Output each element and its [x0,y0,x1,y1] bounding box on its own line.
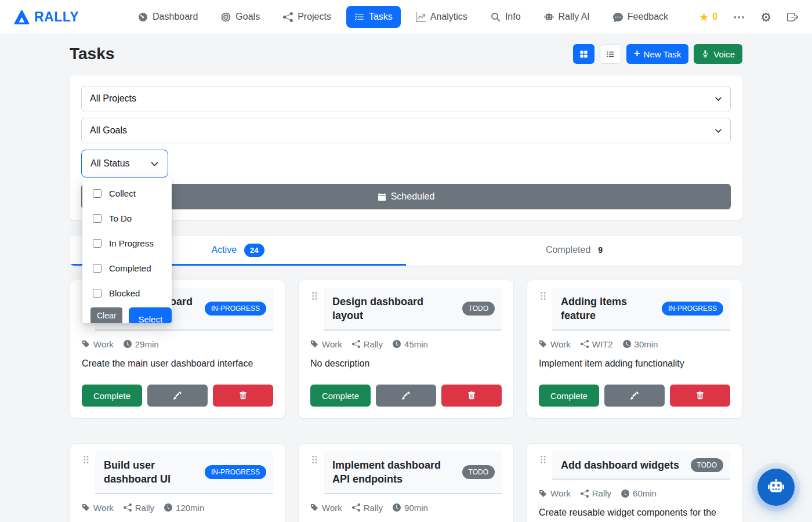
status-panel-actions: Clear Select All [82,307,172,323]
tag-label: Work [550,339,571,349]
drag-handle-icon[interactable] [539,455,548,465]
more-menu-icon[interactable]: ⋯ [733,11,745,23]
status-option-in-progress[interactable]: In Progress [82,231,172,256]
nav-item-feedback[interactable]: Feedback [605,6,676,28]
edit-button[interactable] [604,385,665,407]
header-actions: + New Task Voice [573,44,742,64]
nav-item-tasks[interactable]: Tasks [346,6,401,28]
card-header-row: Add dashboard widgets TODO [539,451,730,480]
task-meta: Work Rally 120min [82,503,273,513]
chevron-down-icon [715,127,722,135]
task-description: Create backend endpoints for dashboard d… [310,520,502,522]
task-meta: Work Rally 60min [539,488,730,498]
drag-handle-icon[interactable] [310,291,319,302]
grid-view-button[interactable] [573,44,594,64]
delete-button[interactable] [213,385,273,407]
chevron-down-icon [715,95,722,103]
nav-item-projects[interactable]: Projects [275,6,339,28]
status-checkbox-collect[interactable] [93,189,102,198]
drag-handle-icon[interactable] [539,291,548,302]
drag-handle-icon[interactable] [310,455,319,465]
project-label: WIT2 [592,339,613,349]
pencil-icon [173,392,182,400]
tag-label: Work [93,339,114,349]
card-header-row: Implement dashboard API endpoints TODO [310,451,502,494]
task-title: Build user dashboard UI [104,458,199,487]
projects-filter-select[interactable]: All Projects [81,86,731,111]
status-option-collect[interactable]: Collect [82,181,172,206]
goals-filter-select[interactable]: All Goals [81,118,731,143]
robot-icon [544,12,554,22]
delete-button[interactable] [441,385,502,407]
complete-button[interactable]: Complete [82,385,142,407]
card-title-box: Build user dashboard UI IN-PROGRESS [95,451,273,494]
tag-label: Work [322,503,342,513]
select-all-button[interactable]: Select All [129,307,172,323]
page-title: Tasks [70,45,114,63]
top-nav: RALLY Dashboard Goals Projects Tasks Ana… [0,0,812,34]
microphone-icon [701,50,709,58]
status-checkbox-blocked[interactable] [93,289,102,298]
scheduled-label: Scheduled [391,191,435,202]
chat-dots-icon [613,12,623,22]
status-filter-button[interactable]: All Status [81,150,168,177]
nav-item-goals[interactable]: Goals [213,6,268,28]
status-badge: IN-PROGRESS [205,465,266,479]
complete-button[interactable]: Complete [310,385,371,407]
tab-completed[interactable]: Completed 9 [406,236,742,266]
share-nodes-icon [124,503,132,512]
tag-chip: Work [539,339,571,349]
voice-button[interactable]: Voice [694,44,742,64]
nav-item-info[interactable]: Info [483,6,529,28]
star-counter[interactable]: ★ 0 [699,12,717,23]
tag-chip: Work [82,503,114,513]
list-view-icon [606,50,615,59]
star-count: 0 [712,12,717,22]
status-option-todo[interactable]: To Do [82,206,172,231]
status-checkbox-completed[interactable] [93,264,102,273]
calendar-icon [378,193,386,201]
gear-icon[interactable]: ⚙ [760,11,771,23]
status-filter-value: All Status [90,158,130,169]
status-option-completed[interactable]: Completed [82,256,172,281]
project-chip: WIT2 [581,339,613,349]
drag-handle-icon[interactable] [82,455,90,465]
chevron-down-icon [150,160,159,168]
time-chip: 60min [621,488,657,498]
new-task-label: New Task [644,49,682,59]
task-title: Design dashboard layout [332,295,456,323]
card-title-box: Implement dashboard API endpoints TODO [324,451,502,494]
status-option-blocked[interactable]: Blocked [82,281,172,306]
nav-item-rally-ai[interactable]: Rally AI [536,6,598,28]
tag-chip: Work [82,339,114,349]
brand-logo[interactable]: RALLY [14,9,79,25]
status-dropdown-panel: Collect To Do In Progress Completed Bloc… [82,178,172,323]
tag-icon [539,490,547,498]
tag-chip: Work [310,503,342,513]
nav-item-label: Dashboard [153,12,198,22]
completed-count: 9 [598,245,603,255]
list-view-button[interactable] [600,44,621,64]
project-chip: Rally [124,503,154,513]
logout-icon[interactable] [787,12,798,23]
clock-icon [393,340,401,348]
pencil-icon [630,392,639,400]
nav-item-analytics[interactable]: Analytics [408,6,476,28]
clear-button[interactable]: Clear [90,307,122,323]
task-description: No description [310,357,502,370]
edit-button[interactable] [147,385,208,407]
project-label: Rally [364,503,383,513]
scheduled-button[interactable]: Scheduled [81,184,731,209]
status-checkbox-todo[interactable] [93,214,102,223]
ai-assistant-fab[interactable] [757,469,795,506]
nav-item-dashboard[interactable]: Dashboard [130,6,206,28]
status-checkbox-in-progress[interactable] [93,239,102,248]
new-task-button[interactable]: + New Task [626,44,688,64]
complete-button[interactable]: Complete [539,385,599,407]
clock-icon [124,340,132,348]
task-description: Create the main user dashboard interface [82,357,273,370]
edit-button[interactable] [376,385,436,407]
delete-button[interactable] [670,385,730,407]
trash-icon [467,392,476,400]
status-badge: TODO [462,302,495,316]
